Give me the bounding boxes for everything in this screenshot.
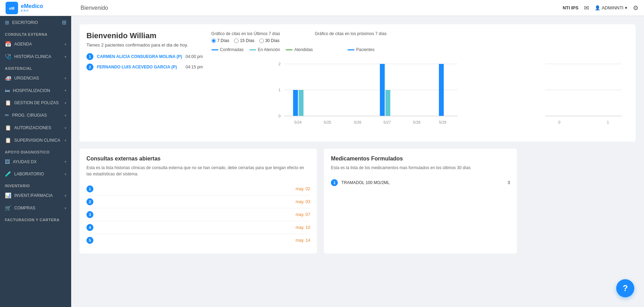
- logo-main: eMedico: [21, 3, 43, 9]
- escritorio-icon: ⊞: [5, 19, 9, 26]
- sidebar-item-supervision[interactable]: 📋 SUPERVISION CLINICA ▾: [0, 134, 71, 147]
- legend-color-atendidas: [286, 49, 293, 50]
- svg-text:5/27: 5/27: [383, 120, 391, 124]
- sidebar-item-label: SUPERVISION CLINICA: [14, 138, 60, 143]
- list-num-4: 4: [86, 224, 93, 231]
- welcome-info: Bienvenido William Tienes 2 pacientes co…: [86, 31, 203, 135]
- sidebar-item-urgencias[interactable]: 🚑 URGENCIAS ▾: [0, 72, 71, 84]
- chevron-right-icon: ▾: [65, 160, 66, 164]
- welcome-title: Bienvenido William: [86, 31, 203, 40]
- list-item[interactable]: 1 may. 02: [86, 183, 310, 196]
- med-count-1: 3: [508, 180, 510, 185]
- section-asistencial: ASISTENCIAL: [0, 63, 71, 72]
- user-label: ADMINNTI: [602, 5, 624, 10]
- topnav: eM eMedico ERP Bienvenido NTI IPS ✉ 👤 AD…: [0, 0, 644, 16]
- section-consulta-externa: CONSULTA EXTERNA: [0, 29, 71, 38]
- legend-confirmadas: Confirmadas: [211, 47, 244, 52]
- medicamentos-card: Medicamentos Formulados Esta es la lista…: [324, 149, 517, 254]
- sidebar-item-agenda[interactable]: 📅 AGENDA ▾: [0, 38, 71, 50]
- section-inventario: INVENTARIO: [0, 180, 71, 189]
- help-button[interactable]: ?: [616, 279, 634, 297]
- legend-label-atencion: En Atención: [258, 47, 280, 52]
- agenda-icon: 📅: [5, 41, 11, 47]
- chart1-svg: 2 1 0: [211, 57, 523, 133]
- chart1-title: Gráfico de citas en los Últimos 7 días: [211, 31, 280, 36]
- legend-label-confirmadas: Confirmadas: [220, 47, 244, 52]
- welcome-section: Bienvenido William Tienes 2 pacientes co…: [80, 24, 636, 142]
- sidebar-item-polizas[interactable]: 📋 GESTION DE POLIZAS ▾: [0, 97, 71, 109]
- page-title: Bienvenido: [81, 5, 563, 11]
- sidebar-item-laboratorio[interactable]: 🧪 LABORATORIO ▾: [0, 168, 71, 180]
- chart1-area: 2 1 0: [211, 57, 523, 135]
- user-menu[interactable]: 👤 ADMINNTI ▾: [595, 5, 627, 10]
- chevron-right-icon: ▾: [65, 55, 66, 59]
- patient-name-2[interactable]: FERNANDO LUIS ACEVEDO GARCIA (P): [97, 65, 182, 69]
- med-num-1: 1: [331, 179, 338, 186]
- svg-text:2: 2: [278, 62, 281, 66]
- svg-text:0: 0: [278, 114, 281, 118]
- sidebar-item-ayudas[interactable]: 🖼 AYUDAS DX ▾: [0, 156, 71, 168]
- consultas-title: Consultas externas abiertas: [86, 156, 310, 162]
- polizas-icon: 📋: [5, 100, 11, 106]
- bar-524-aten: [299, 90, 303, 116]
- list-num-2: 2: [86, 198, 93, 205]
- chart1-legend: Confirmadas En Atención Atendidas: [211, 47, 313, 52]
- svg-text:1: 1: [278, 88, 281, 92]
- supervision-icon: 📋: [5, 137, 11, 143]
- sidebar-item-compras[interactable]: 🛒 COMPRAS ▾: [0, 202, 71, 214]
- sidebar-item-label: AYUDAS DX: [13, 159, 36, 164]
- sidebar-item-farmacia[interactable]: 📊 INVENT./FARMACIA ▾: [0, 189, 71, 202]
- sidebar-item-escritorio[interactable]: ⊞ ESCRITORIO ⊞: [0, 16, 71, 29]
- settings-icon[interactable]: ⚙: [633, 4, 638, 12]
- list-item[interactable]: 3 may. 07: [86, 208, 310, 221]
- patient-time-1: 04:00 pm: [186, 54, 203, 59]
- svg-text:5/24: 5/24: [294, 120, 301, 124]
- chevron-right-icon: ▾: [65, 89, 66, 92]
- legend-en-atencion: En Atención: [249, 47, 280, 52]
- historia-icon: 🩺: [5, 53, 11, 60]
- sidebar-item-label: HISTORIA CLINICA: [14, 54, 51, 59]
- sidebar-item-label: GESTION DE POLIZAS: [14, 100, 59, 105]
- list-date-1: may. 02: [296, 186, 310, 191]
- list-item[interactable]: 2 may. 03: [86, 196, 310, 208]
- medicamentos-desc: Esta es la lista de los medicamentos mas…: [331, 165, 510, 171]
- list-date-3: may. 07: [296, 212, 310, 217]
- sidebar-item-autorizaciones[interactable]: 📋 AUTORIZACIONES ▾: [0, 122, 71, 134]
- patient-item-1: 1 CARMEN ALICIA CONSUEGRA MOLINA (P) 04:…: [86, 53, 203, 60]
- legend-color-pacientes: [348, 49, 354, 50]
- sidebar-item-label: HOSPITALIZACION: [13, 88, 50, 93]
- legend-color-confirmadas: [211, 49, 218, 50]
- list-item[interactable]: 5 may. 14: [86, 234, 310, 247]
- radio-30dias[interactable]: 30 Días: [259, 38, 279, 43]
- chevron-right-icon: ▾: [65, 114, 66, 117]
- svg-text:0: 0: [558, 120, 560, 124]
- svg-text:5/25: 5/25: [324, 120, 331, 124]
- sidebar-item-label: PROG. CIRUGIAS: [12, 113, 47, 118]
- bar-529-conf: [439, 64, 444, 116]
- chevron-right-icon: ▾: [65, 101, 66, 105]
- sidebar-item-hospitalizacion[interactable]: 🛏 HOSPITALIZACION ▾: [0, 84, 71, 97]
- radio-15dias[interactable]: 15 Días: [234, 38, 254, 43]
- chart2-legend: Pacientes: [348, 47, 375, 52]
- radio-7dias[interactable]: 7 Días: [211, 38, 229, 43]
- logo-area: eM eMedico ERP: [6, 2, 75, 14]
- org-name: NTI IPS: [563, 5, 579, 10]
- chevron-right-icon: ▾: [65, 139, 66, 142]
- sidebar-item-label: INVENT./FARMACIA: [14, 193, 53, 198]
- chevron-right-icon: ▾: [65, 206, 66, 210]
- logo-sub: ERP: [21, 9, 43, 13]
- chevron-right-icon: ▾: [65, 76, 66, 80]
- chart1-radio-group: 7 Días 15 Días 30 Días: [211, 38, 280, 43]
- topnav-right: NTI IPS ✉ 👤 ADMINNTI ▾ ⚙: [563, 4, 638, 12]
- grid-icon: ⊞: [62, 19, 66, 26]
- patient-name-1[interactable]: CARMEN ALICIA CONSUEGRA MOLINA (P): [97, 54, 182, 59]
- main-content: Bienvenido William Tienes 2 pacientes co…: [71, 16, 644, 307]
- mail-icon[interactable]: ✉: [584, 4, 589, 12]
- list-item[interactable]: 4 may. 10: [86, 221, 310, 234]
- med-item-1[interactable]: 1 TRAMADOL 100 MG/2ML 3: [331, 176, 510, 189]
- section-facturacion: FACTURACION Y CARTERA: [0, 214, 71, 223]
- empty-area: [524, 149, 636, 254]
- sidebar-item-historia[interactable]: 🩺 HISTORIA CLINICA ▾: [0, 50, 71, 63]
- sidebar-item-cirugias[interactable]: ✏ PROG. CIRUGIAS ▾: [0, 109, 71, 122]
- svg-text:1: 1: [607, 120, 609, 124]
